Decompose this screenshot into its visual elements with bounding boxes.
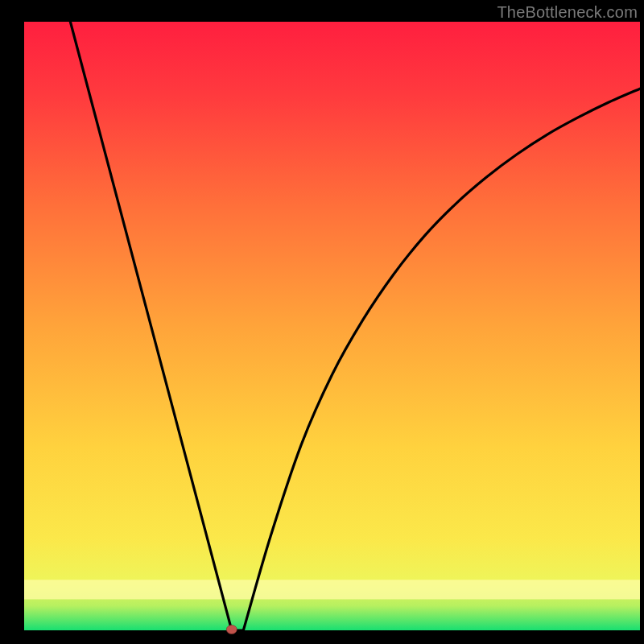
- highlight-band: [24, 580, 640, 599]
- watermark-label: TheBottleneck.com: [497, 3, 638, 22]
- chart-svg: [0, 0, 644, 644]
- min-marker: [226, 625, 237, 634]
- chart-container: TheBottleneck.com: [0, 0, 644, 644]
- plot-area: [24, 22, 640, 630]
